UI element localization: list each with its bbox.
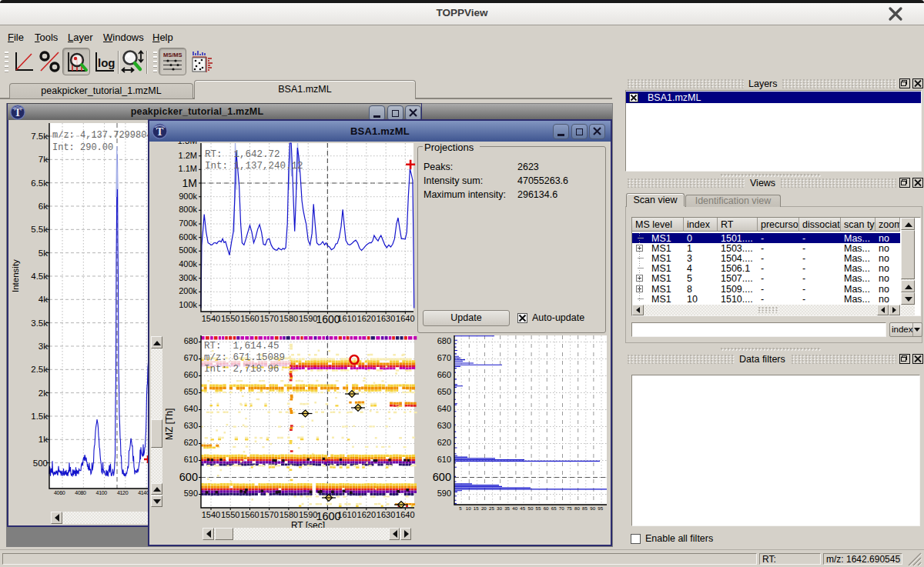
svg-text:log: log xyxy=(98,56,116,69)
svg-text:T: T xyxy=(14,107,21,118)
svg-text:MS/MS: MS/MS xyxy=(163,52,182,58)
